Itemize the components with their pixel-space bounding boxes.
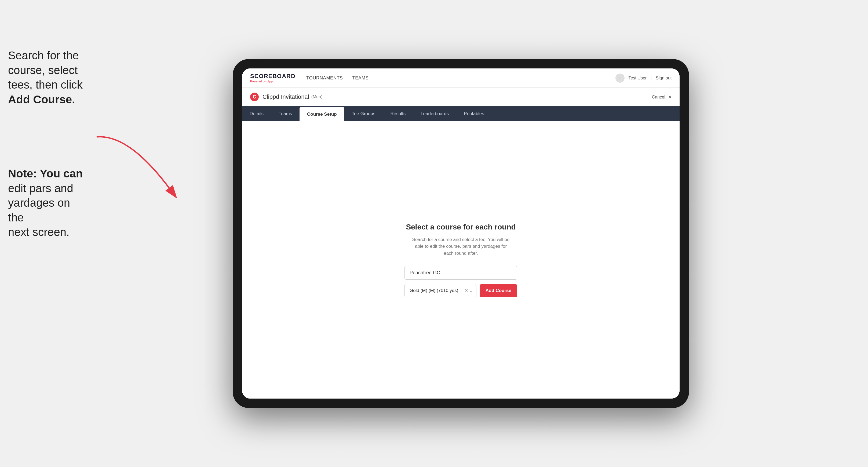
- top-nav: SCOREBOARD Powered by clippd TOURNAMENTS…: [242, 68, 680, 88]
- tab-tee-groups[interactable]: Tee Groups: [344, 106, 383, 121]
- section-desc: Search for a course and select a tee. Yo…: [410, 236, 512, 257]
- annotation-text: Search for the course, select tees, then…: [8, 48, 86, 107]
- arrow-annotation: [75, 129, 188, 209]
- logo-text: SCOREBOARD: [250, 73, 296, 79]
- tab-leaderboards[interactable]: Leaderboards: [413, 106, 456, 121]
- annotation-note: Note: You can edit pars and yardages on …: [8, 166, 86, 240]
- nav-tournaments[interactable]: TOURNAMENTS: [306, 75, 343, 81]
- tournament-badge: (Men): [311, 94, 322, 99]
- tab-course-setup[interactable]: Course Setup: [300, 107, 344, 121]
- tab-printables[interactable]: Printables: [456, 106, 492, 121]
- main-content: Select a course for each round Search fo…: [242, 121, 680, 399]
- tab-details[interactable]: Details: [242, 106, 271, 121]
- logo-area: SCOREBOARD Powered by clippd: [250, 73, 296, 83]
- tab-nav: Details Teams Course Setup Tee Groups Re…: [242, 106, 680, 121]
- tournament-header: C Clippd Invitational (Men) Cancel ✕: [242, 88, 680, 106]
- tab-results[interactable]: Results: [383, 106, 413, 121]
- tee-select-container: Gold (M) (M) (7010 yds) ✕ ⌄: [404, 284, 476, 297]
- nav-links: TOURNAMENTS TEAMS: [306, 75, 369, 81]
- logo-sub: Powered by clippd: [250, 80, 296, 83]
- section-title: Select a course for each round: [406, 223, 516, 231]
- user-name: Test User: [628, 76, 647, 81]
- top-nav-right: T Test User | Sign out: [615, 73, 672, 83]
- sign-out-link[interactable]: Sign out: [656, 76, 672, 81]
- tablet-screen: SCOREBOARD Powered by clippd TOURNAMENTS…: [242, 68, 680, 399]
- tee-select-row: Gold (M) (M) (7010 yds) ✕ ⌄ Add Course: [404, 284, 517, 297]
- cancel-button[interactable]: Cancel ✕: [652, 94, 672, 100]
- nav-teams[interactable]: TEAMS: [352, 75, 369, 81]
- tablet-device: SCOREBOARD Powered by clippd TOURNAMENTS…: [233, 59, 689, 408]
- tab-teams[interactable]: Teams: [271, 106, 300, 121]
- user-avatar: T: [615, 73, 625, 83]
- tournament-icon: C: [250, 93, 259, 101]
- tournament-title: Clippd Invitational: [262, 93, 309, 100]
- course-search-input[interactable]: [404, 266, 517, 280]
- separator: |: [651, 76, 652, 81]
- tee-select[interactable]: Gold (M) (M) (7010 yds): [404, 284, 476, 297]
- add-course-button[interactable]: Add Course: [479, 284, 517, 297]
